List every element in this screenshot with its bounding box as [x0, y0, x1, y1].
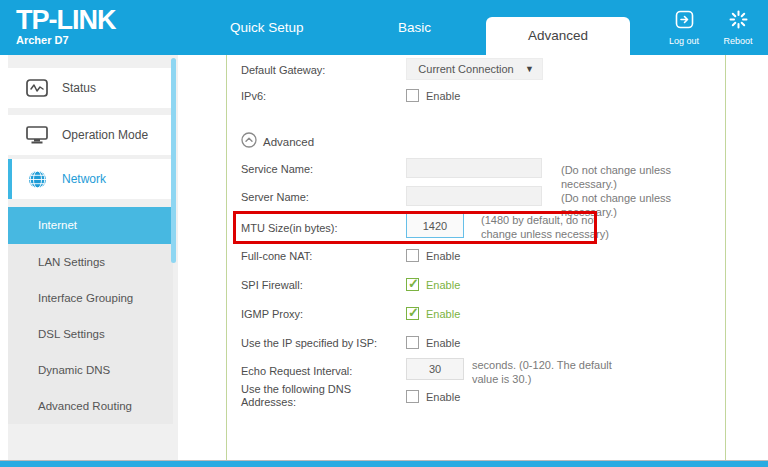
service-name-label: Service Name:	[241, 163, 313, 175]
echo-interval-label: Echo Request Interval:	[241, 365, 352, 377]
ipv6-enable-checkbox[interactable]: Enable	[406, 89, 460, 102]
sidebar-scrollbar[interactable]	[171, 58, 176, 263]
mtu-input[interactable]	[406, 213, 464, 238]
echo-interval-note: seconds. (0-120. The default value is 30…	[472, 358, 612, 386]
mtu-label: MTU Size(in bytes):	[241, 222, 338, 234]
tab-quick-setup[interactable]: Quick Setup	[230, 0, 304, 55]
dropdown-value: Current Connection	[407, 63, 525, 75]
server-name-label: Server Name:	[241, 191, 309, 203]
checkbox-icon	[406, 390, 419, 403]
advanced-section-label: Advanced	[263, 136, 314, 148]
tab-advanced[interactable]: Advanced	[486, 17, 630, 55]
sidebar-item-network[interactable]: Network	[8, 159, 173, 199]
service-name-note: (Do not change unless necessary.)	[561, 163, 725, 191]
sidebar-item-status[interactable]: Status	[8, 68, 173, 108]
default-gateway-dropdown[interactable]: Current Connection ▼	[406, 58, 543, 80]
checkbox-checked-icon	[406, 307, 419, 320]
default-gateway-label: Default Gateway:	[241, 64, 325, 76]
brand-logo: TP-LINK Archer D7	[16, 6, 115, 46]
echo-interval-input[interactable]	[406, 358, 464, 380]
bottom-bar	[0, 460, 768, 467]
sidebar-item-label: Status	[62, 81, 96, 95]
reboot-button[interactable]: Reboot	[712, 10, 764, 46]
chevron-down-icon: ▼	[525, 64, 534, 74]
server-name-input[interactable]	[406, 186, 542, 206]
chevron-up-circle-icon	[241, 132, 257, 152]
tab-basic[interactable]: Basic	[398, 0, 431, 55]
logout-button[interactable]: Log out	[658, 10, 710, 46]
top-bar: TP-LINK Archer D7 Quick Setup Basic Adva…	[0, 0, 768, 55]
logout-label: Log out	[658, 36, 710, 46]
globe-icon	[26, 170, 48, 189]
checkbox-checked-icon	[406, 278, 419, 291]
content-panel: Default Gateway: Current Connection ▼ IP…	[226, 55, 726, 461]
reboot-label: Reboot	[712, 36, 764, 46]
reboot-icon	[729, 15, 748, 32]
checkbox-icon	[406, 249, 419, 262]
brand-model: Archer D7	[16, 34, 115, 46]
full-cone-nat-checkbox[interactable]: Enable	[406, 249, 460, 262]
mtu-note: (1480 by default, do not change unless n…	[481, 213, 609, 241]
status-icon	[26, 79, 48, 97]
sidebar-item-operation-mode[interactable]: Operation Mode	[8, 115, 173, 155]
igmp-proxy-checkbox[interactable]: Enable	[406, 307, 460, 320]
service-name-input[interactable]	[406, 158, 542, 178]
spi-firewall-checkbox[interactable]: Enable	[406, 278, 460, 291]
submenu-item-internet[interactable]: Internet	[8, 207, 173, 244]
checkbox-icon	[406, 336, 419, 349]
submenu-item-lan-settings[interactable]: LAN Settings	[8, 244, 173, 280]
submenu-item-interface-grouping[interactable]: Interface Grouping	[8, 280, 173, 316]
use-isp-ip-label: Use the IP specified by ISP:	[241, 337, 377, 349]
brand-name: TP-LINK	[16, 6, 115, 34]
sidebar-item-label: Operation Mode	[62, 128, 148, 142]
submenu-item-dsl-settings[interactable]: DSL Settings	[8, 316, 173, 352]
dns-addresses-label: Use the following DNS Addresses:	[241, 383, 351, 409]
sidebar: Status Operation Mode Network Internet L…	[8, 55, 178, 460]
ipv6-label: IPv6:	[241, 90, 266, 102]
sidebar-item-label: Network	[62, 172, 106, 186]
advanced-section-toggle[interactable]: Advanced	[241, 132, 314, 152]
network-submenu: Internet LAN Settings Interface Grouping…	[8, 207, 173, 424]
checkbox-icon	[406, 89, 419, 102]
monitor-icon	[26, 126, 48, 144]
full-cone-nat-label: Full-cone NAT:	[241, 250, 312, 262]
igmp-proxy-label: IGMP Proxy:	[241, 308, 303, 320]
dns-addresses-checkbox[interactable]: Enable	[406, 390, 460, 403]
spi-firewall-label: SPI Firewall:	[241, 279, 303, 291]
submenu-item-advanced-routing[interactable]: Advanced Routing	[8, 388, 173, 424]
logout-icon	[675, 15, 694, 32]
use-isp-ip-checkbox[interactable]: Enable	[406, 336, 460, 349]
submenu-item-dynamic-dns[interactable]: Dynamic DNS	[8, 352, 173, 388]
